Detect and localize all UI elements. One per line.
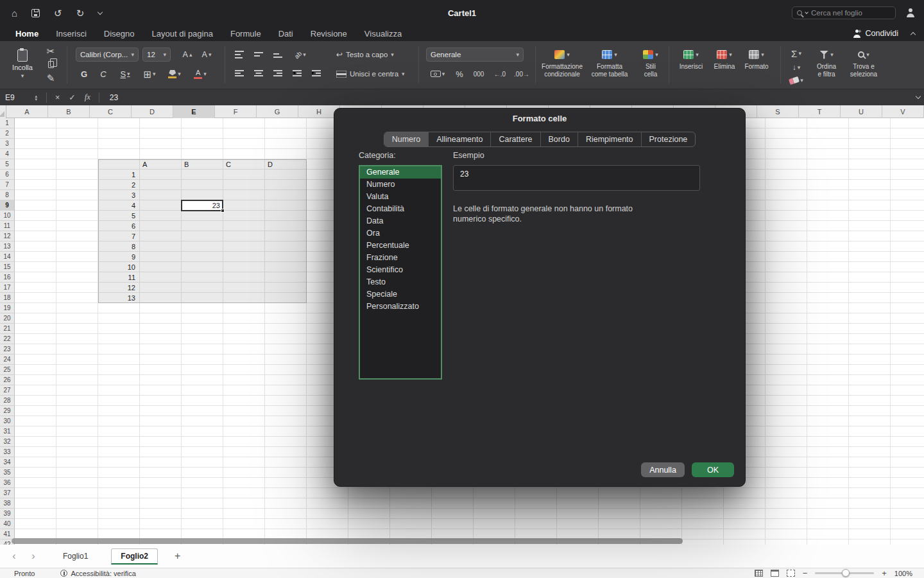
align-center-button[interactable] (250, 67, 267, 81)
wrap-text-button[interactable]: ↩ Testo a capo ▾ (336, 48, 394, 62)
row-header-32[interactable]: 32 (0, 437, 15, 447)
select-all-corner[interactable] (0, 105, 6, 118)
row-header-9[interactable]: 9 (0, 200, 15, 211)
column-header-e[interactable]: E (173, 105, 215, 118)
category-item-generale[interactable]: Generale (360, 166, 441, 179)
currency-format-button[interactable]: ▾ (426, 67, 449, 81)
dialog-tab-numero[interactable]: Numero (384, 132, 428, 146)
align-bottom-button[interactable] (270, 48, 286, 62)
insert-cells-button[interactable]: ▾ Inserisci (674, 46, 708, 71)
table-number-cell-2[interactable]: 2 (98, 180, 138, 190)
conditional-formatting-button[interactable]: ▾ Formattazionecondizionale (540, 46, 584, 78)
category-item-testo[interactable]: Testo (360, 276, 441, 288)
save-icon[interactable] (31, 9, 40, 17)
category-item-ora[interactable]: Ora (360, 227, 441, 240)
zoom-out-button[interactable]: − (803, 568, 808, 578)
row-header-35[interactable]: 35 (0, 468, 15, 478)
name-box-stepper[interactable]: ▴▾ (35, 94, 37, 101)
dialog-tab-riempimento[interactable]: Riempimento (578, 132, 641, 146)
table-number-cell-12[interactable]: 12 (98, 283, 138, 293)
column-header-b[interactable]: B (48, 105, 90, 118)
dialog-tab-bordo[interactable]: Bordo (540, 132, 578, 146)
toolbar-options-chevron-icon[interactable] (98, 9, 103, 14)
row-header-2[interactable]: 2 (0, 128, 15, 139)
percent-format-button[interactable]: % (452, 67, 467, 81)
row-header-20[interactable]: 20 (0, 313, 15, 324)
dialog-tab-protezione[interactable]: Protezione (641, 132, 696, 146)
normal-view-icon[interactable] (755, 570, 763, 577)
find-select-button[interactable]: ▾ Trova eseleziona (844, 46, 883, 78)
add-sheet-button[interactable]: + (175, 550, 180, 562)
row-header-40[interactable]: 40 (0, 519, 15, 529)
next-sheet-icon[interactable]: › (28, 550, 38, 562)
clear-button[interactable]: ▾ (787, 73, 806, 87)
category-listbox[interactable]: GeneraleNumeroValutaContabilitàDataOraPe… (359, 165, 442, 380)
zoom-slider-knob[interactable] (842, 569, 850, 577)
align-top-button[interactable] (231, 48, 248, 62)
category-item-scientifico[interactable]: Scientifico (360, 264, 441, 276)
row-header-37[interactable]: 37 (0, 488, 15, 498)
row-header-4[interactable]: 4 (0, 149, 15, 159)
merge-center-button[interactable]: Unisci e centra ▾ (336, 67, 405, 81)
format-painter-button[interactable]: ✎ (44, 72, 58, 83)
cell-styles-button[interactable]: ▾ Stilicella (634, 46, 667, 78)
row-header-38[interactable]: 38 (0, 498, 15, 509)
fill-handle[interactable] (221, 209, 225, 213)
redo-icon[interactable]: ↻ (76, 8, 85, 18)
decrease-indent-button[interactable] (289, 67, 305, 81)
ribbon-tab-disegno[interactable]: Disegno (104, 29, 135, 39)
table-number-cell-8[interactable]: 8 (98, 241, 138, 252)
italic-button[interactable]: C (95, 67, 112, 81)
font-size-select[interactable]: 12 ▾ (142, 48, 171, 62)
sheet-tab-foglio1[interactable]: Foglio1 (56, 549, 94, 563)
font-name-select[interactable]: Calibri (Corp... ▾ (76, 48, 139, 62)
category-item-personalizzato[interactable]: Personalizzato (360, 301, 441, 313)
decrease-decimal-button[interactable]: .00→ (512, 67, 531, 81)
row-header-14[interactable]: 14 (0, 252, 15, 262)
horizontal-scrollbar[interactable] (12, 538, 683, 544)
align-right-button[interactable] (270, 67, 286, 81)
cancel-button[interactable]: Annulla (641, 462, 685, 477)
column-header-d[interactable]: D (132, 105, 173, 118)
zoom-slider[interactable] (815, 572, 874, 574)
row-header-7[interactable]: 7 (0, 180, 15, 190)
category-item-data[interactable]: Data (360, 215, 441, 227)
column-header-c[interactable]: C (90, 105, 132, 118)
zoom-level-label[interactable]: 100% (894, 570, 912, 577)
row-header-5[interactable]: 5 (0, 159, 15, 170)
row-header-6[interactable]: 6 (0, 170, 15, 180)
category-item-percentuale[interactable]: Percentuale (360, 240, 441, 252)
row-header-17[interactable]: 17 (0, 283, 15, 293)
row-header-24[interactable]: 24 (0, 355, 15, 365)
category-item-contabilita[interactable]: Contabilità (360, 203, 441, 215)
share-button[interactable]: + Condividi (853, 29, 898, 38)
format-cells-button[interactable]: ▾ Formato (739, 46, 774, 71)
column-header-t[interactable]: T (799, 105, 841, 118)
font-color-button[interactable]: A ▾ (189, 67, 212, 81)
borders-button[interactable]: ⊞▾ (139, 67, 160, 81)
ribbon-tab-formule[interactable]: Formule (230, 29, 261, 39)
table-header-cell-a[interactable]: A (140, 159, 180, 170)
table-number-cell-13[interactable]: 13 (98, 293, 138, 303)
row-header-21[interactable]: 21 (0, 324, 15, 334)
table-header-cell-c[interactable]: C (223, 159, 263, 170)
number-format-select[interactable]: Generale ▾ (426, 48, 524, 62)
search-scope-chevron-icon[interactable] (805, 10, 809, 14)
page-layout-view-icon[interactable] (771, 570, 779, 577)
stepper-down-icon[interactable]: ▾ (35, 98, 37, 101)
increase-indent-button[interactable] (308, 67, 325, 81)
delete-cells-button[interactable]: ▾ Elimina (708, 46, 740, 71)
ok-button[interactable]: OK (692, 462, 734, 477)
row-header-31[interactable]: 31 (0, 426, 15, 437)
ribbon-tab-dati[interactable]: Dati (278, 29, 293, 39)
page-break-view-icon[interactable] (787, 570, 795, 577)
table-number-cell-4[interactable]: 4 (98, 200, 138, 211)
thousands-format-button[interactable]: 000 (470, 67, 488, 81)
category-item-valuta[interactable]: Valuta (360, 191, 441, 203)
orientation-button[interactable]: ab▾ (289, 48, 312, 62)
name-box[interactable]: E9 ▴▾ (0, 93, 42, 102)
format-as-table-button[interactable]: ▾ Formattacome tabella (586, 46, 633, 78)
column-header-u[interactable]: U (841, 105, 882, 118)
row-header-26[interactable]: 26 (0, 375, 15, 385)
table-number-cell-11[interactable]: 11 (98, 272, 138, 283)
